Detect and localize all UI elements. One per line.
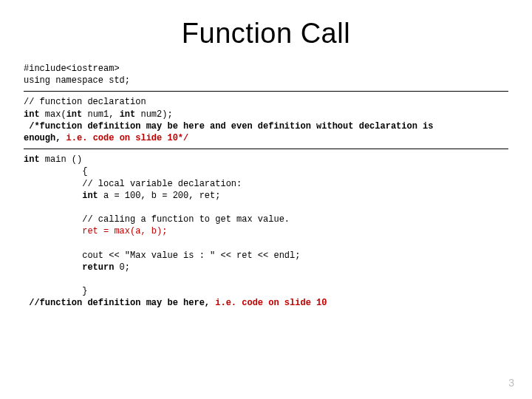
code-decl-comment: // function declaration — [24, 97, 146, 107]
code-rbrace: } — [24, 286, 87, 296]
kw-int-1: int — [24, 109, 40, 120]
code-local-decl-comment: // local variable declaration: — [24, 179, 242, 189]
code-main-sig: main () — [40, 154, 83, 165]
slide: Function Call #include<iostream> using n… — [0, 0, 532, 399]
code-tail-comment-a: //function definition may be here, — [24, 298, 210, 308]
code-tail-comment-b: i.e. code on slide 10 — [210, 298, 327, 308]
kw-return: return — [24, 262, 114, 273]
kw-int-2: int — [66, 109, 83, 120]
code-decl-mid1: max( — [40, 109, 66, 120]
code-return-rest: 0; — [114, 262, 130, 273]
code-include-1: #include<iostream> — [24, 64, 120, 74]
page-title: Function Call — [24, 18, 508, 50]
code-lbrace: { — [24, 166, 87, 177]
separator-1 — [24, 91, 508, 92]
code-call-line: ret = max(a, b); — [24, 226, 167, 236]
code-block-comment-1b: enough, — [24, 133, 61, 143]
separator-2 — [24, 149, 508, 149]
code-decl-end: num2); — [135, 109, 172, 120]
code-include-2: using namespace std; — [24, 75, 130, 86]
code-block-comment-1a: /*function definition may be here and ev… — [24, 121, 434, 132]
code-decl-mid2: num1, — [82, 109, 119, 120]
kw-int-3: int — [120, 109, 136, 120]
page-number: 3 — [508, 377, 514, 389]
kw-int-main: int — [24, 154, 40, 165]
code-call-comment: // calling a function to get max value. — [24, 214, 290, 225]
kw-int-local: int — [24, 191, 98, 201]
code-local-rest: a = 100, b = 200, ret; — [98, 191, 221, 201]
code-block-comment-1c: i.e. code on slide 10*/ — [61, 133, 188, 143]
code-block: #include<iostream> using namespace std; … — [24, 63, 508, 310]
code-cout-line: cout << "Max value is : " << ret << endl… — [24, 250, 300, 261]
